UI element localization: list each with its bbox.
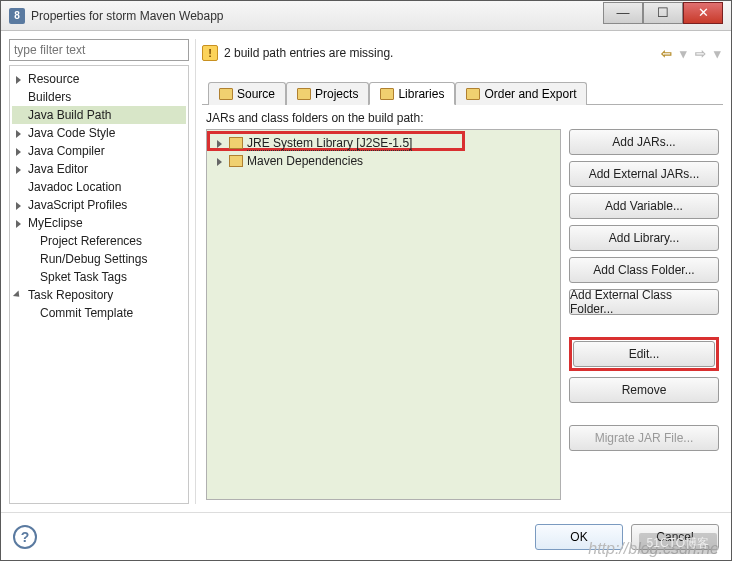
tree-item-run-debug-settings[interactable]: Run/Debug Settings — [12, 250, 186, 268]
maximize-button[interactable]: ☐ — [643, 2, 683, 24]
ok-button[interactable]: OK — [535, 524, 623, 550]
button-column: Add JARs... Add External JARs... Add Var… — [569, 129, 719, 500]
tab-label: Order and Export — [484, 87, 576, 101]
tabs-row: SourceProjectsLibrariesOrder and Export — [202, 81, 723, 105]
migrate-jar-button: Migrate JAR File... — [569, 425, 719, 451]
folder-icon — [380, 88, 394, 100]
tree-item-project-references[interactable]: Project References — [12, 232, 186, 250]
folder-icon — [219, 88, 233, 100]
tab-label: Source — [237, 87, 275, 101]
tree-item-java-compiler[interactable]: Java Compiler — [12, 142, 186, 160]
jar-item-label: JRE System Library [J2SE-1.5] — [247, 136, 412, 151]
header-row: ! 2 build path entries are missing. ⇦ ▾ … — [202, 39, 723, 67]
window-controls: — ☐ ✕ — [603, 2, 723, 24]
edit-button[interactable]: Edit... — [573, 341, 715, 367]
nav-forward-menu-icon[interactable]: ▾ — [712, 46, 723, 61]
nav-arrows: ⇦ ▾ ⇨ ▾ — [659, 46, 723, 61]
warning-text: 2 build path entries are missing. — [224, 46, 659, 60]
app-icon: 8 — [9, 8, 25, 24]
jar-row: JRE System Library [J2SE-1.5]Maven Depen… — [206, 129, 719, 500]
libraries-tab-content: JARs and class folders on the build path… — [202, 105, 723, 504]
jar-list[interactable]: JRE System Library [J2SE-1.5]Maven Depen… — [206, 129, 561, 500]
tree-item-spket-task-tags[interactable]: Spket Task Tags — [12, 268, 186, 286]
add-variable-button[interactable]: Add Variable... — [569, 193, 719, 219]
folder-icon — [297, 88, 311, 100]
tab-libraries[interactable]: Libraries — [369, 82, 455, 105]
filter-input[interactable] — [9, 39, 189, 61]
nav-back-icon[interactable]: ⇦ — [659, 46, 674, 61]
warning-icon: ! — [202, 45, 218, 61]
tab-order-and-export[interactable]: Order and Export — [455, 82, 587, 105]
tab-source[interactable]: Source — [208, 82, 286, 105]
footer-buttons: OK Cancel — [535, 524, 719, 550]
tree-item-javadoc-location[interactable]: Javadoc Location — [12, 178, 186, 196]
tree-item-java-build-path[interactable]: Java Build Path — [12, 106, 186, 124]
nav-back-menu-icon[interactable]: ▾ — [678, 46, 689, 61]
add-external-class-folder-button[interactable]: Add External Class Folder... — [569, 289, 719, 315]
jar-item-label: Maven Dependencies — [247, 154, 363, 168]
nav-forward-icon[interactable]: ⇨ — [693, 46, 708, 61]
footer: ? OK Cancel — [1, 512, 731, 560]
tab-label: Projects — [315, 87, 358, 101]
left-panel: ResourceBuildersJava Build PathJava Code… — [9, 39, 189, 504]
jar-item[interactable]: JRE System Library [J2SE-1.5] — [211, 134, 556, 152]
tree-item-builders[interactable]: Builders — [12, 88, 186, 106]
tree-item-myeclipse[interactable]: MyEclipse — [12, 214, 186, 232]
tree-item-java-editor[interactable]: Java Editor — [12, 160, 186, 178]
jar-item[interactable]: Maven Dependencies — [211, 152, 556, 170]
add-jars-button[interactable]: Add JARs... — [569, 129, 719, 155]
help-icon[interactable]: ? — [13, 525, 37, 549]
tree-item-java-code-style[interactable]: Java Code Style — [12, 124, 186, 142]
tree-item-javascript-profiles[interactable]: JavaScript Profiles — [12, 196, 186, 214]
window-title: Properties for storm Maven Webapp — [31, 9, 603, 23]
tab-label: Libraries — [398, 87, 444, 101]
tree-item-resource[interactable]: Resource — [12, 70, 186, 88]
content-area: ResourceBuildersJava Build PathJava Code… — [1, 31, 731, 512]
section-label: JARs and class folders on the build path… — [206, 111, 719, 125]
remove-button[interactable]: Remove — [569, 377, 719, 403]
titlebar: 8 Properties for storm Maven Webapp — ☐ … — [1, 1, 731, 31]
tree-item-commit-template[interactable]: Commit Template — [12, 304, 186, 322]
right-panel: ! 2 build path entries are missing. ⇦ ▾ … — [195, 39, 723, 504]
annotation-highlight-edit: Edit... — [569, 337, 719, 371]
folder-icon — [466, 88, 480, 100]
cancel-button[interactable]: Cancel — [631, 524, 719, 550]
properties-dialog: 8 Properties for storm Maven Webapp — ☐ … — [0, 0, 732, 561]
library-icon — [229, 137, 243, 149]
add-library-button[interactable]: Add Library... — [569, 225, 719, 251]
close-button[interactable]: ✕ — [683, 2, 723, 24]
library-icon — [229, 155, 243, 167]
minimize-button[interactable]: — — [603, 2, 643, 24]
tab-projects[interactable]: Projects — [286, 82, 369, 105]
add-class-folder-button[interactable]: Add Class Folder... — [569, 257, 719, 283]
tree-item-task-repository[interactable]: Task Repository — [12, 286, 186, 304]
property-tree[interactable]: ResourceBuildersJava Build PathJava Code… — [9, 65, 189, 504]
add-external-jars-button[interactable]: Add External JARs... — [569, 161, 719, 187]
